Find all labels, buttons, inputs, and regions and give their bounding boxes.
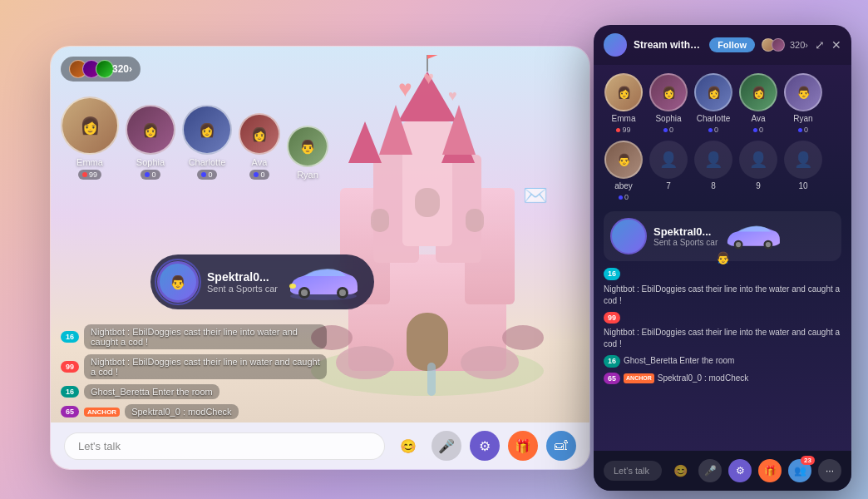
mini-face-gift: 👨 [594,25,851,491]
badge-emma: 99 [78,170,101,180]
dot-charlotte [201,172,206,177]
face-ryan: 👨 [289,127,327,166]
main-input[interactable]: Let's talk [64,432,385,460]
avatar-sophia: 👩 [126,105,175,155]
svg-rect-23 [427,363,436,396]
mini-emoji-button[interactable]: 😊 [668,459,692,482]
name-ava: Ava [252,157,268,167]
dot-sophia [145,172,150,177]
chat-badge-1: 99 [61,361,79,373]
svg-point-20 [461,346,519,379]
mic-button[interactable]: 🎤 [432,431,461,461]
gift-sender-name: Spektral0... [207,270,278,284]
mini-bottom-toolbar: Let's talk 😊 🎤 ⚙ 🎁 👥 23 ··· [594,451,851,491]
avatar-item-ryan[interactable]: 👨 Ryan [287,126,328,180]
mini-gear-button[interactable]: ⚙ [728,459,752,482]
avatar-item-emma[interactable]: 👩 Emma 99 [61,96,119,180]
gear-button[interactable]: ⚙ [470,431,500,461]
mini-gift-button[interactable]: 🎁 [758,459,782,482]
name-sophia: Sophia [136,157,165,167]
chat-badge-0: 16 [61,331,79,343]
avatars-section: 👩 Emma 99 👩 Sophia 0 👩 Charlotte [61,96,328,180]
chat-text-0: Nightbot : EbilDoggies cast their line i… [84,324,327,349]
chat-badge-2: 16 [61,386,79,398]
envelope-icon: ✉️ [523,184,548,207]
svg-rect-16 [371,209,389,232]
chat-badge-3: 65 [61,406,79,417]
svg-point-28 [301,289,308,296]
viewer-count-badge: 320› [61,57,141,82]
svg-rect-6 [402,121,452,246]
gift-button[interactable]: 🎁 [508,431,538,461]
dot-ava [254,172,259,177]
face-gift-sender: 👨 [160,264,196,300]
avatar-item-charlotte[interactable]: 👩 Charlotte 0 [182,105,232,180]
chat-msg-0: 16 Nightbot : EbilDoggies cast their lin… [61,324,327,349]
avatar-item-sophia[interactable]: 👩 Sophia 0 [126,105,175,180]
avatar-charlotte: 👩 [182,105,232,155]
face-charlotte: 👩 [184,106,230,153]
avatar-ava: 👩 [239,113,280,155]
name-emma: Emma [76,157,103,167]
sports-car-icon [286,261,361,303]
social-badge-count: 23 [801,456,815,465]
badge-ava: 0 [249,170,269,180]
mini-more-button[interactable]: ··· [818,459,841,482]
chat-text-1: Nightbot : EbilDoggies cast their line i… [84,354,327,379]
user-button[interactable]: 🛋 [546,431,576,461]
chat-text-3: Spektral0_0 : modCheck [125,404,238,419]
mini-gift-avatar: 👨 [610,218,647,254]
badge-sophia: 0 [141,170,160,180]
mini-mic-button[interactable]: 🎤 [698,459,722,482]
svg-rect-15 [415,188,440,217]
viewer-count-text: 320› [112,63,132,75]
viewers-row: 320› [61,57,579,82]
svg-rect-18 [407,313,448,371]
gift-notification: 👨 Spektral0... Sent a Sports car [150,254,374,309]
main-app: ♥ ♥ ♥ 320› 👩 [50,46,590,470]
name-charlotte: Charlotte [189,157,226,167]
chat-msg-2: 16 Ghost_Beretta Enter the room [61,384,327,399]
face-emma: 👩 [62,98,117,153]
mini-social-button[interactable]: 👥 23 [788,459,811,482]
name-ryan: Ryan [297,170,318,180]
svg-text:♥: ♥ [448,87,457,104]
chat-msg-3: 65 ANCHOR Spektral0_0 : modCheck [61,404,327,419]
svg-point-30 [339,289,346,296]
anchor-badge: ANCHOR [84,408,120,417]
chat-messages: 16 Nightbot : EbilDoggies cast their lin… [61,324,327,419]
avatar-emma: 👩 [61,96,119,155]
mini-input[interactable]: Let's talk [604,461,662,481]
main-bottom-toolbar: Let's talk 😊 🎤 ⚙ 🎁 🛋 [51,422,589,469]
svg-marker-8 [348,121,382,163]
face-sophia: 👩 [127,106,174,153]
gift-sender-avatar: 👨 [157,261,199,303]
gift-text: Spektral0... Sent a Sports car [207,270,278,294]
avatar-item-ava[interactable]: 👩 Ava 0 [239,113,280,180]
chat-msg-1: 99 Nightbot : EbilDoggies cast their lin… [61,354,327,379]
svg-point-19 [336,346,394,379]
gift-message: Sent a Sports car [207,284,278,294]
mini-app: 👤 Stream with t... Follow 320› ⤢ ✕ 👩 Emm… [594,25,851,491]
dot-emma [82,172,87,177]
badge-charlotte: 0 [197,170,216,180]
face-ava: 👩 [240,115,279,153]
mini-gift-notification: 👨 Spektral0... Sent a Sports car [604,211,841,261]
svg-point-22 [502,325,544,350]
avatar-ryan: 👨 [287,126,328,167]
svg-point-31 [289,284,296,289]
mini-avatar-3 [96,60,114,78]
chat-text-2: Ghost_Beretta Enter the room [84,384,219,399]
svg-rect-17 [466,209,484,232]
emoji-button[interactable]: 😊 [393,431,423,461]
